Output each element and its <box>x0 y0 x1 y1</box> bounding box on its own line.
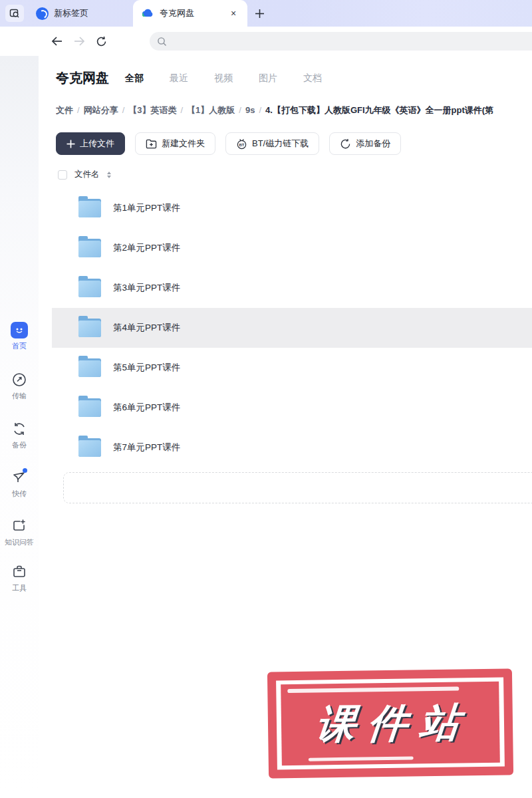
sort-icon[interactable] <box>107 172 111 178</box>
backup-icon <box>11 420 28 438</box>
file-list-header: 文件名 <box>58 169 111 180</box>
sidebar-item-home[interactable]: 首页 <box>0 322 39 351</box>
file-name[interactable]: 第5单元PPT课件 <box>113 362 180 374</box>
knowledge-qa-icon <box>11 517 28 535</box>
add-backup-icon <box>340 138 351 150</box>
sidebar-item-label: 知识问答 <box>5 537 34 547</box>
back-icon[interactable] <box>51 35 64 48</box>
file-name[interactable]: 第1单元PPT课件 <box>113 202 180 214</box>
folder-icon <box>78 319 101 337</box>
breadcrumb-separator: / <box>118 105 129 115</box>
sidebar-item-label: 备份 <box>12 440 27 450</box>
home-icon <box>11 322 28 338</box>
sidebar-item-label: 首页 <box>12 341 27 351</box>
table-row[interactable]: 第5单元PPT课件 <box>52 348 532 388</box>
sidebar: 首页 传输 备份 快传 知识问答 <box>0 56 39 798</box>
new-folder-button[interactable]: 新建文件夹 <box>135 132 215 155</box>
folder-icon <box>78 239 101 257</box>
sidebar-item-knowledge-qa[interactable]: 知识问答 <box>0 517 39 547</box>
search-icon <box>157 37 167 47</box>
tab-search-icon[interactable] <box>5 5 24 22</box>
select-all-checkbox[interactable] <box>58 170 67 180</box>
bt-download-label: BT/磁力链下载 <box>252 138 309 150</box>
quick-send-icon <box>11 469 28 486</box>
reload-icon[interactable] <box>94 35 108 48</box>
bt-download-icon: BT <box>236 138 247 150</box>
stamp-background: 课件站 <box>281 682 500 766</box>
plus-icon <box>66 140 75 148</box>
tab-document[interactable]: 文档 <box>303 72 322 84</box>
browser-window: 新标签页 夸克网盘 × <box>0 0 532 798</box>
tab-image[interactable]: 图片 <box>259 72 277 84</box>
browser-toolbar <box>0 27 532 56</box>
filename-column-header[interactable]: 文件名 <box>74 169 100 180</box>
forward-icon[interactable] <box>72 35 86 48</box>
sidebar-item-backup[interactable]: 备份 <box>0 420 39 450</box>
breadcrumb-separator: / <box>235 105 245 115</box>
tab-all[interactable]: 全部 <box>125 72 144 84</box>
breadcrumb-item[interactable]: 9s <box>245 105 255 115</box>
watermark-stamp: 课件站 <box>267 668 513 778</box>
file-name[interactable]: 第3单元PPT课件 <box>113 282 180 294</box>
table-row[interactable]: 第3单元PPT课件 <box>52 268 532 308</box>
new-tab-button[interactable] <box>251 5 267 21</box>
sidebar-item-label: 工具 <box>12 583 27 593</box>
folder-icon <box>78 438 101 457</box>
search-input[interactable] <box>172 37 517 47</box>
tab-new-tab-page[interactable]: 新标签页 <box>28 0 128 27</box>
breadcrumb-separator: / <box>255 105 265 115</box>
file-name[interactable]: 第2单元PPT课件 <box>113 242 180 254</box>
action-bar: 上传文件 新建文件夹 BT BT/磁力链下载 添加备份 <box>56 132 401 155</box>
table-row[interactable]: 第2单元PPT课件 <box>52 228 532 268</box>
breadcrumb-item[interactable]: 网站分享 <box>84 105 118 115</box>
browser-tab-strip: 新标签页 夸克网盘 × <box>0 0 532 27</box>
sidebar-item-quick-send[interactable]: 快传 <box>0 469 39 499</box>
breadcrumb-separator: / <box>176 105 187 115</box>
tools-icon <box>11 563 28 581</box>
breadcrumb-item[interactable]: 文件 <box>56 105 73 115</box>
breadcrumb-separator: / <box>73 105 84 115</box>
sidebar-item-tools[interactable]: 工具 <box>0 563 39 593</box>
breadcrumb-item[interactable]: 【1】人教版 <box>187 105 235 115</box>
close-icon[interactable]: × <box>227 7 239 19</box>
cloud-drive-logo-icon <box>141 8 154 19</box>
file-name[interactable]: 第6单元PPT课件 <box>113 402 180 414</box>
table-row[interactable]: 第1单元PPT课件 <box>52 188 532 228</box>
breadcrumb: 文件/网站分享/【3】英语类/【1】人教版/9s/4.【打包下载】人教版GFI九… <box>56 104 532 116</box>
folder-icon <box>78 358 101 377</box>
table-row[interactable]: 第6单元PPT课件 <box>52 388 532 428</box>
tab-video[interactable]: 视频 <box>214 72 233 84</box>
folder-icon <box>78 398 101 417</box>
quark-browser-logo-icon <box>36 7 49 20</box>
address-search-bar[interactable] <box>150 32 532 51</box>
file-name[interactable]: 第4单元PPT课件 <box>113 322 180 334</box>
breadcrumb-item[interactable]: 【3】英语类 <box>128 105 176 115</box>
new-folder-label: 新建文件夹 <box>162 138 205 150</box>
sidebar-item-label: 传输 <box>12 391 27 401</box>
upload-file-button[interactable]: 上传文件 <box>56 132 125 155</box>
folder-icon <box>78 199 101 217</box>
tab-quark-drive[interactable]: 夸克网盘 × <box>133 0 247 27</box>
folder-icon <box>78 279 101 297</box>
upload-dropzone[interactable] <box>63 472 532 503</box>
svg-text:BT: BT <box>239 142 245 146</box>
tab-recent[interactable]: 最近 <box>170 72 188 84</box>
add-backup-label: 添加备份 <box>356 138 390 150</box>
bt-magnet-download-button[interactable]: BT BT/磁力链下载 <box>225 132 319 155</box>
sidebar-item-label: 快传 <box>12 489 27 499</box>
stamp-text: 课件站 <box>313 696 473 751</box>
file-name[interactable]: 第7单元PPT课件 <box>113 442 180 454</box>
file-list: 第1单元PPT课件 第2单元PPT课件 第3单元PPT课件 第4单元PPT课件 … <box>52 188 532 467</box>
add-backup-button[interactable]: 添加备份 <box>329 132 401 155</box>
notification-dot <box>23 468 27 473</box>
table-row-selected[interactable]: 第4单元PPT课件 <box>52 308 532 348</box>
tab-label: 夸克网盘 <box>160 7 222 19</box>
transfer-icon <box>11 371 28 388</box>
sidebar-item-transfer[interactable]: 传输 <box>0 371 39 401</box>
table-row[interactable]: 第7单元PPT课件 <box>52 428 532 467</box>
tab-label: 新标签页 <box>54 7 88 19</box>
page-title: 夸克网盘 <box>56 69 109 87</box>
upload-file-label: 上传文件 <box>80 138 114 150</box>
view-tabs: 全部 最近 视频 图片 文档 <box>125 72 322 84</box>
breadcrumb-current: 4.【打包下载】人教版GFI九年级《英语》全一册ppt课件(第 <box>265 105 493 115</box>
